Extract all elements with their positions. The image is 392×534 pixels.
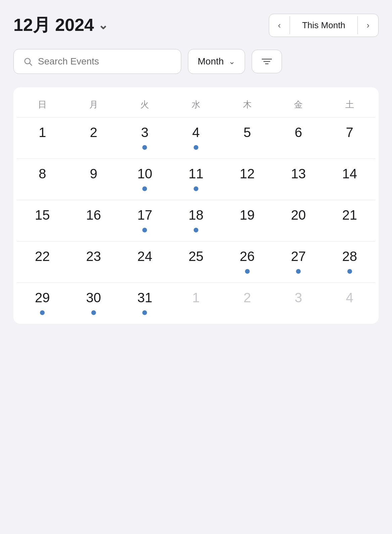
day-header: 月 (68, 95, 119, 114)
day-number: 9 (90, 166, 97, 181)
day-number: 5 (243, 125, 251, 140)
day-header: 日 (17, 95, 68, 114)
event-dot (91, 310, 96, 315)
day-number: 19 (240, 208, 255, 222)
day-cell[interactable]: 10 (119, 159, 170, 200)
day-cell[interactable]: 4 (324, 283, 375, 324)
day-number: 24 (137, 249, 152, 264)
day-cell[interactable]: 19 (222, 200, 273, 241)
day-cell[interactable]: 9 (68, 159, 119, 200)
day-number: 3 (295, 290, 302, 305)
event-dot (194, 228, 198, 232)
day-number: 16 (86, 208, 101, 222)
day-cell[interactable]: 26 (222, 241, 273, 282)
day-number: 7 (346, 125, 353, 140)
day-cell[interactable]: 4 (170, 118, 222, 159)
day-number: 3 (141, 125, 148, 140)
month-dropdown-chevron[interactable]: ⌄ (98, 18, 108, 32)
prev-month-button[interactable]: ‹ (269, 14, 290, 37)
day-cell[interactable]: 18 (170, 200, 222, 241)
week-row: 15161718192021 (17, 200, 375, 241)
day-header: 木 (222, 95, 273, 114)
day-header: 土 (324, 95, 375, 114)
day-number: 29 (35, 290, 50, 305)
day-cell[interactable]: 27 (273, 241, 324, 282)
day-cell[interactable]: 20 (273, 200, 324, 241)
svg-line-1 (30, 63, 32, 65)
day-cell[interactable]: 2 (68, 118, 119, 159)
event-dot (142, 186, 147, 191)
day-number: 26 (240, 249, 255, 264)
event-dot (142, 145, 147, 150)
header-row: 12月 2024 ⌄ ‹ This Month › (13, 13, 379, 37)
event-dot (194, 145, 198, 150)
day-cell[interactable]: 5 (222, 118, 273, 159)
day-cell[interactable]: 16 (68, 200, 119, 241)
day-number: 8 (39, 166, 46, 181)
day-cell[interactable]: 17 (119, 200, 170, 241)
day-number: 17 (137, 208, 152, 222)
day-number: 21 (342, 208, 357, 222)
day-cell[interactable]: 15 (17, 200, 68, 241)
day-cell[interactable]: 30 (68, 283, 119, 324)
day-number: 23 (86, 249, 101, 264)
day-cell[interactable]: 3 (273, 283, 324, 324)
day-cell[interactable]: 7 (324, 118, 375, 159)
day-number: 31 (137, 290, 152, 305)
month-title-text: 12月 2024 (13, 13, 94, 37)
month-title: 12月 2024 ⌄ (13, 13, 108, 37)
week-row: 22232425262728 (17, 241, 375, 282)
event-dot (40, 310, 45, 315)
day-number: 25 (189, 249, 204, 264)
next-month-button[interactable]: › (358, 14, 378, 37)
event-dot (194, 186, 198, 191)
day-cell[interactable]: 1 (17, 118, 68, 159)
day-cell[interactable]: 24 (119, 241, 170, 282)
day-number: 1 (39, 125, 46, 140)
search-input[interactable] (38, 56, 172, 67)
day-number: 2 (90, 125, 97, 140)
filter-icon (261, 57, 272, 66)
day-cell[interactable]: 8 (17, 159, 68, 200)
day-cell[interactable]: 21 (324, 200, 375, 241)
day-cell[interactable]: 12 (222, 159, 273, 200)
day-cell[interactable]: 31 (119, 283, 170, 324)
day-cell[interactable]: 29 (17, 283, 68, 324)
toolbar-row: Month ⌄ (13, 49, 379, 74)
day-number: 18 (189, 208, 204, 222)
week-row: 1234567 (17, 117, 375, 159)
event-dot (296, 269, 301, 274)
search-icon (23, 57, 33, 66)
day-cell[interactable]: 25 (170, 241, 222, 282)
day-cell[interactable]: 22 (17, 241, 68, 282)
day-number: 2 (243, 290, 251, 305)
day-cell[interactable]: 28 (324, 241, 375, 282)
event-dot (142, 228, 147, 232)
day-cell[interactable]: 2 (222, 283, 273, 324)
day-cell[interactable]: 14 (324, 159, 375, 200)
day-number: 14 (342, 166, 357, 181)
day-number: 12 (240, 166, 255, 181)
day-cell[interactable]: 11 (170, 159, 222, 200)
view-dropdown[interactable]: Month ⌄ (188, 49, 245, 74)
day-number: 11 (189, 166, 204, 181)
day-cell[interactable]: 3 (119, 118, 170, 159)
day-number: 30 (86, 290, 101, 305)
day-cell[interactable]: 13 (273, 159, 324, 200)
day-cell[interactable]: 1 (170, 283, 222, 324)
day-cell[interactable]: 6 (273, 118, 324, 159)
day-number: 10 (137, 166, 152, 181)
search-box[interactable] (13, 49, 181, 74)
day-cell[interactable]: 23 (68, 241, 119, 282)
day-number: 22 (35, 249, 50, 264)
day-header: 金 (273, 95, 324, 114)
nav-group: ‹ This Month › (269, 14, 379, 37)
filter-button[interactable] (252, 50, 282, 73)
event-dot (347, 269, 352, 274)
day-header: 火 (119, 95, 170, 114)
day-number: 20 (291, 208, 306, 222)
week-row: 2930311234 (17, 282, 375, 324)
calendar-grid: 日月火水木金土 12345678910111213141516171819202… (13, 87, 379, 324)
day-number: 15 (35, 208, 50, 222)
week-row: 891011121314 (17, 159, 375, 200)
